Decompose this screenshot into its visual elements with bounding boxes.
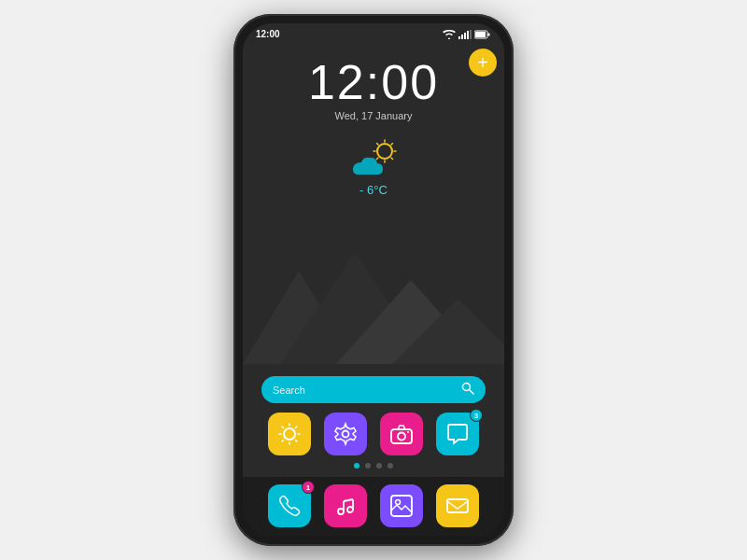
mountain-svg bbox=[243, 215, 504, 364]
dock-icon-email[interactable] bbox=[436, 484, 479, 527]
svg-rect-0 bbox=[458, 36, 460, 39]
svg-point-42 bbox=[396, 500, 401, 505]
phone-frame: 12:00 bbox=[233, 14, 514, 546]
svg-point-35 bbox=[407, 431, 409, 433]
dot-4[interactable] bbox=[388, 463, 393, 469]
svg-rect-6 bbox=[475, 32, 486, 37]
svg-line-18 bbox=[391, 158, 393, 160]
svg-point-23 bbox=[284, 428, 295, 440]
svg-rect-41 bbox=[391, 496, 412, 516]
status-bar: 12:00 bbox=[243, 23, 504, 41]
svg-line-30 bbox=[296, 427, 298, 428]
add-button[interactable]: + bbox=[469, 49, 497, 77]
screen-content: + 12:00 Wed, 17 January bbox=[243, 41, 504, 476]
clock-date: Wed, 17 January bbox=[335, 110, 413, 121]
svg-point-34 bbox=[398, 433, 405, 441]
weather-section: - 6°C bbox=[243, 138, 504, 197]
dock-icon-gallery[interactable] bbox=[380, 484, 423, 527]
svg-rect-1 bbox=[461, 35, 463, 39]
dock-icon-phone[interactable]: 1 bbox=[268, 484, 311, 527]
app-grid: 3 bbox=[243, 413, 504, 455]
app-icon-messages[interactable]: 3 bbox=[436, 413, 479, 455]
app-icon-camera[interactable] bbox=[380, 413, 423, 455]
svg-line-31 bbox=[282, 441, 284, 442]
wifi-icon bbox=[443, 30, 456, 39]
search-icon bbox=[461, 382, 474, 398]
svg-line-22 bbox=[470, 390, 473, 394]
svg-rect-43 bbox=[447, 499, 468, 512]
search-section: Search bbox=[243, 376, 504, 403]
svg-rect-33 bbox=[391, 429, 412, 443]
svg-rect-4 bbox=[470, 30, 472, 39]
svg-line-29 bbox=[296, 441, 298, 442]
weather-icon bbox=[345, 138, 402, 179]
battery-icon bbox=[474, 30, 491, 39]
svg-rect-7 bbox=[488, 33, 490, 35]
app-icon-settings[interactable] bbox=[324, 413, 367, 455]
page-dots bbox=[243, 463, 504, 469]
clock-section: 12:00 Wed, 17 January bbox=[243, 41, 504, 121]
clock-time: 12:00 bbox=[308, 58, 439, 106]
svg-point-21 bbox=[463, 384, 471, 391]
svg-point-12 bbox=[377, 144, 392, 159]
svg-rect-3 bbox=[467, 31, 469, 39]
status-time: 12:00 bbox=[256, 29, 280, 39]
phone-screen: 12:00 bbox=[243, 23, 504, 537]
dock-icon-music[interactable] bbox=[324, 484, 367, 527]
svg-rect-2 bbox=[464, 33, 466, 39]
dot-3[interactable] bbox=[376, 463, 382, 469]
svg-line-40 bbox=[344, 499, 353, 501]
svg-line-17 bbox=[377, 144, 379, 146]
svg-line-28 bbox=[282, 427, 284, 428]
dock: 1 bbox=[243, 476, 504, 537]
search-bar[interactable]: Search bbox=[261, 376, 486, 403]
signal-icon bbox=[458, 30, 472, 39]
dot-2[interactable] bbox=[365, 463, 371, 469]
phone-badge: 1 bbox=[302, 481, 315, 494]
dot-1[interactable] bbox=[354, 463, 359, 469]
messages-badge: 3 bbox=[470, 409, 483, 422]
search-input[interactable]: Search bbox=[273, 385, 456, 396]
status-icons bbox=[443, 30, 491, 39]
svg-line-20 bbox=[377, 158, 379, 160]
svg-point-32 bbox=[343, 431, 349, 438]
svg-line-19 bbox=[391, 144, 393, 146]
app-icon-weather[interactable] bbox=[268, 413, 311, 455]
weather-temp: - 6°C bbox=[359, 183, 388, 197]
